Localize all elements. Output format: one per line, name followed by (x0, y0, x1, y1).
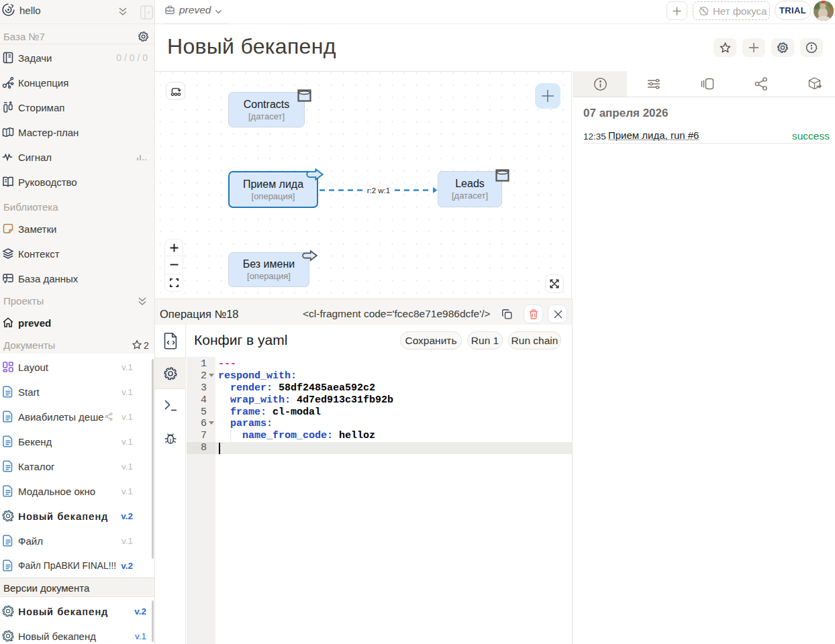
svg-text:r:2 w:1: r:2 w:1 (367, 186, 391, 195)
